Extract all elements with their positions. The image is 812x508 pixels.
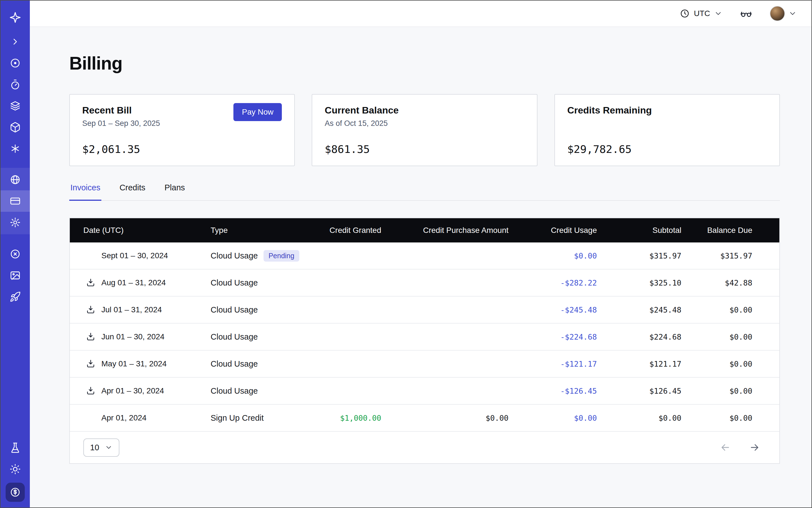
sidebar-item-settings[interactable]: [1, 212, 30, 233]
sidebar-collapse-button[interactable]: [5, 32, 25, 52]
next-page-button[interactable]: [749, 442, 760, 453]
account-menu[interactable]: [770, 6, 797, 21]
card-title: Current Balance: [325, 105, 399, 116]
sidebar-item-stopped[interactable]: [5, 244, 25, 264]
sidebar-item-usage[interactable]: [1, 169, 30, 190]
download-invoice-button[interactable]: [86, 386, 96, 396]
invoice-rows: Sept 01 – 30, 2024 Cloud Usage Pending $…: [70, 243, 779, 432]
avatar: [770, 6, 785, 21]
balance-due-value: $315.97: [681, 251, 779, 260]
credit-card-icon: [9, 196, 21, 207]
app-window: UTC Billing Recent Bill Sep 01 – Sep 30,…: [0, 0, 812, 508]
credit-usage-value: -$282.22: [509, 279, 597, 287]
billing-tabs: Invoices Credits Plans: [69, 183, 780, 201]
invoices-table-header: Date (UTC) Type Credit Granted Credit Pu…: [70, 218, 779, 243]
billing-page: Billing Recent Bill Sep 01 – Sep 30, 202…: [30, 27, 811, 507]
credit-usage-value: $0.00: [509, 251, 597, 260]
flask-icon: [9, 442, 21, 453]
download-invoice-button[interactable]: [86, 278, 96, 288]
subtotal-value: $325.10: [597, 279, 681, 287]
timezone-selector[interactable]: UTC: [680, 8, 722, 18]
current-balance-card: Current Balance As of Oct 15, 2025 $861.…: [312, 94, 537, 166]
asterisk-icon: [9, 143, 21, 154]
balance-due-value: $0.00: [681, 414, 779, 422]
sidebar-item-timer[interactable]: [5, 74, 25, 95]
image-icon: [9, 270, 21, 281]
page-title: Billing: [69, 53, 780, 74]
invoice-type: Sign Up Credit: [211, 413, 264, 423]
recent-bill-amount: $2,061.35: [82, 143, 282, 156]
tab-credits[interactable]: Credits: [118, 183, 146, 201]
invoice-date: Apr 01 – 30, 2024: [101, 386, 164, 395]
sidebar-item-billing[interactable]: [1, 190, 30, 212]
invoice-type: Cloud Usage: [211, 386, 258, 396]
invoice-date: Jul 01 – 31, 2024: [101, 305, 162, 314]
invoice-date: Sept 01 – 30, 2024: [101, 251, 168, 260]
card-subtitle: Sep 01 – Sep 30, 2025: [82, 119, 160, 128]
credits-remaining-amount: $29,782.65: [567, 143, 767, 156]
card-title: Credits Remaining: [567, 105, 652, 116]
credits-quick-button[interactable]: [6, 483, 25, 502]
card-subtitle: As of Oct 15, 2025: [325, 119, 399, 128]
download-invoice-button[interactable]: [86, 305, 96, 315]
tab-invoices[interactable]: Invoices: [69, 183, 101, 201]
sidebar-item-disc[interactable]: [5, 53, 25, 73]
sidebar-item-layers[interactable]: [5, 96, 25, 116]
invoice-type: Cloud Usage: [211, 359, 258, 369]
credit-usage-value: -$224.68: [509, 333, 597, 341]
theme-toggle-button[interactable]: [5, 459, 25, 479]
download-invoice-button[interactable]: [86, 359, 96, 369]
tab-plans[interactable]: Plans: [163, 183, 186, 201]
invoice-type: Cloud Usage: [211, 251, 258, 260]
pagination: [720, 442, 766, 453]
pay-now-button[interactable]: Pay Now: [233, 103, 282, 121]
invoice-date: Aug 01 – 31, 2024: [101, 278, 166, 287]
timezone-label: UTC: [694, 9, 710, 18]
disc-icon: [9, 57, 21, 69]
balance-due-value: $0.00: [681, 333, 779, 341]
subtotal-value: $0.00: [597, 414, 681, 422]
sidebar-tools-group: [5, 243, 25, 307]
invoice-date: May 01 – 31, 2024: [101, 359, 167, 368]
table-row: Jun 01 – 30, 2024 Cloud Usage -$224.68 $…: [70, 324, 779, 350]
balance-due-value: $0.00: [681, 305, 779, 314]
dollar-circle-icon: [9, 486, 21, 498]
subtotal-value: $245.48: [597, 305, 681, 314]
sidebar-item-images[interactable]: [5, 265, 25, 286]
column-header: Type: [211, 226, 306, 235]
subtotal-value: $126.45: [597, 387, 681, 395]
download-invoice-button[interactable]: [86, 332, 96, 342]
summary-cards: Recent Bill Sep 01 – Sep 30, 2025 Pay No…: [69, 94, 780, 166]
timer-icon: [9, 79, 21, 90]
current-balance-amount: $861.35: [325, 143, 524, 156]
column-header: Credit Purchase Amount: [381, 226, 509, 235]
invoice-date: Apr 01, 2024: [101, 413, 146, 422]
page-size-value: 10: [90, 443, 99, 452]
credits-remaining-card: Credits Remaining $29,782.65: [554, 94, 780, 166]
previous-page-button[interactable]: [720, 442, 731, 453]
credit-purchase-value: $0.00: [381, 414, 509, 422]
page-size-select[interactable]: 10: [83, 438, 119, 457]
glasses-icon: [740, 7, 752, 20]
reader-mode-button[interactable]: [738, 6, 754, 22]
credit-usage-value: -$126.45: [509, 387, 597, 395]
credit-usage-value: -$121.17: [509, 359, 597, 368]
subtotal-value: $121.17: [597, 359, 681, 368]
invoices-table: Date (UTC) Type Credit Granted Credit Pu…: [69, 218, 780, 464]
chevron-down-icon: [105, 443, 113, 452]
chevron-down-icon: [714, 9, 722, 18]
chevron-down-icon: [788, 9, 797, 18]
clock-icon: [680, 8, 690, 18]
table-row: Sept 01 – 30, 2024 Cloud Usage Pending $…: [70, 243, 779, 269]
rocket-icon: [9, 291, 21, 302]
sidebar-item-package[interactable]: [5, 117, 25, 137]
table-row: Apr 01, 2024 Sign Up Credit $1,000.00 $0…: [70, 405, 779, 432]
balance-due-value: $42.88: [681, 279, 779, 287]
sidebar-item-labs[interactable]: [5, 437, 25, 458]
logo-sparkle-icon[interactable]: [5, 7, 25, 28]
table-row: Apr 01 – 30, 2024 Cloud Usage -$126.45 $…: [70, 378, 779, 405]
sidebar-item-asterisk[interactable]: [5, 138, 25, 159]
chevron-right-icon: [10, 37, 20, 47]
layers-icon: [9, 100, 21, 112]
sidebar-item-launch[interactable]: [5, 287, 25, 307]
